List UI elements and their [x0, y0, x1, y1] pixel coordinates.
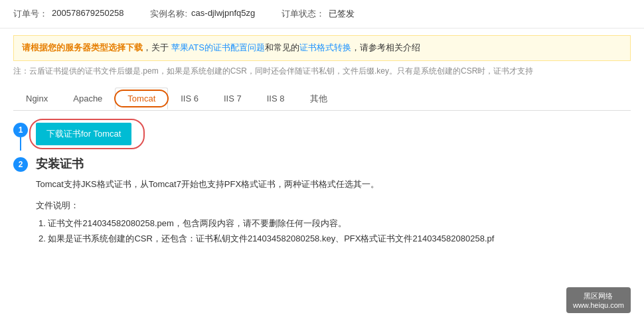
watermark-line2: www.heiqu.com — [573, 301, 624, 309]
file-item-1: 1. 证书文件214034582080258.pem，包含两段内容，请不要删除任… — [36, 216, 494, 231]
step-1-content: 下载证书for Tomcat — [36, 121, 131, 151]
status-label: 订单状态： — [282, 8, 325, 20]
tab-apache[interactable]: Apache — [60, 88, 115, 109]
tab-tomcat[interactable]: Tomcat — [115, 88, 168, 109]
notice-title: 请根据您的服务器类型选择下载 — [22, 42, 143, 52]
notice-text-2: 和常见的 — [265, 42, 299, 52]
download-button-wrapper: 下载证书for Tomcat — [36, 123, 131, 145]
cert-format-link[interactable]: 证书格式转换 — [299, 42, 351, 52]
status-value: 已签发 — [329, 8, 355, 20]
file-item-2: 2. 如果是证书系统创建的CSR，还包含：证书私钥文件2140345820802… — [36, 231, 494, 246]
order-value: 200578679250258 — [52, 8, 123, 20]
apple-ats-link[interactable]: 苹果ATS的证书配置问题 — [171, 42, 265, 52]
tab-iis6[interactable]: IIS 6 — [168, 88, 211, 109]
watermark: 黑区网络 www.heiqu.com — [566, 287, 631, 313]
note-text: 注：云盾证书提供的证书文件后缀是.pem，如果是系统创建的CSR，同时还会伴随证… — [13, 65, 631, 78]
step-2-block: 2 安装证书 Tomcat支持JKS格式证书，从Tomcat7开始也支持PFX格… — [13, 156, 631, 247]
watermark-line1: 黑区网络 — [573, 291, 624, 301]
tab-other[interactable]: 其他 — [297, 87, 340, 111]
step-1-circle: 1 — [13, 123, 28, 137]
step-1-line — [20, 137, 21, 151]
tab-iis8[interactable]: IIS 8 — [254, 88, 297, 109]
step-2-left: 2 — [13, 156, 28, 247]
instance-value: cas-djlwjpnfq5zg — [191, 8, 255, 20]
tabs-container: Nginx Apache Tomcat IIS 6 IIS 7 IIS 8 其他 — [13, 87, 631, 111]
instance-label: 实例名称: — [150, 8, 187, 20]
file-section-title: 文件说明： — [36, 200, 494, 212]
step-2-circle: 2 — [13, 157, 28, 172]
notice-text-1: ，关于 — [143, 42, 171, 52]
content-area: 1 下载证书for Tomcat 2 安装证书 Tomcat支持JKS格式证书，… — [0, 111, 644, 257]
install-desc: Tomcat支持JKS格式证书，从Tomcat7开始也支持PFX格式证书，两种证… — [36, 177, 494, 192]
install-title: 安装证书 — [36, 156, 494, 172]
tab-nginx[interactable]: Nginx — [13, 88, 60, 109]
info-bar: 订单号： 200578679250258 实例名称: cas-djlwjpnfq… — [0, 0, 644, 29]
download-cert-button[interactable]: 下载证书for Tomcat — [36, 123, 131, 145]
notice-text-3: ，请参考相关介绍 — [351, 42, 420, 52]
instance-name: 实例名称: cas-djlwjpnfq5zg — [150, 8, 255, 20]
order-label: 订单号： — [13, 8, 48, 20]
step-1-left: 1 — [13, 121, 28, 151]
step-1-block: 1 下载证书for Tomcat — [13, 121, 631, 151]
step-2-content: 安装证书 Tomcat支持JKS格式证书，从Tomcat7开始也支持PFX格式证… — [36, 156, 494, 247]
file-section: 文件说明： 1. 证书文件214034582080258.pem，包含两段内容，… — [36, 200, 494, 247]
notice-box: 请根据您的服务器类型选择下载，关于 苹果ATS的证书配置问题和常见的证书格式转换… — [13, 35, 631, 61]
order-number: 订单号： 200578679250258 — [13, 8, 123, 20]
tab-iis7[interactable]: IIS 7 — [211, 88, 254, 109]
order-status: 订单状态： 已签发 — [282, 8, 355, 20]
